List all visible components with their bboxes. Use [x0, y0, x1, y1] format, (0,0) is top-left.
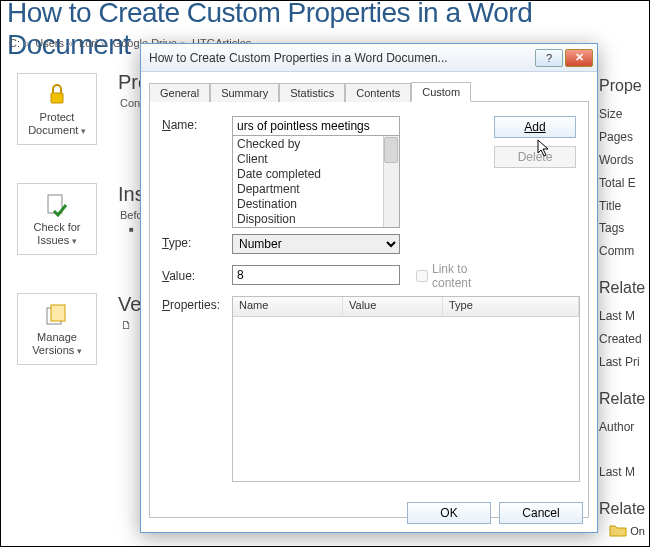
column-name[interactable]: Name	[233, 297, 343, 316]
dialog-titlebar[interactable]: How to Create Custom Properties in a Wor…	[141, 44, 597, 72]
protect-section-sub: Con	[120, 97, 140, 109]
link-checkbox	[416, 270, 428, 282]
column-value[interactable]: Value	[343, 297, 443, 316]
check-for-issues-button[interactable]: Check for Issues	[17, 183, 97, 255]
protect-document-button[interactable]: Protect Document	[17, 73, 97, 145]
custom-tab-panel: Add Delete Name: Checked by Client Date …	[149, 102, 589, 518]
list-item[interactable]: Checked by	[233, 137, 399, 152]
properties-panel: Prope Size Pages Words Total E Title Tag…	[599, 71, 649, 526]
related-people-header: Relate	[599, 384, 649, 414]
tab-contents[interactable]: Contents	[345, 83, 411, 102]
dialog-title: How to Create Custom Properties in a Wor…	[149, 51, 533, 65]
ok-button[interactable]: OK	[407, 502, 491, 524]
link-to-content-checkbox: Link to content	[416, 260, 486, 290]
bullet-icon: ■	[129, 225, 134, 234]
tab-summary[interactable]: Summary	[210, 83, 279, 102]
dialog-tabstrip: General Summary Statistics Contents Cust…	[149, 78, 589, 102]
list-item[interactable]: Client	[233, 152, 399, 167]
related-dates-header: Relate	[599, 273, 649, 303]
tab-custom[interactable]: Custom	[411, 82, 471, 102]
properties-header: Prope	[599, 71, 649, 101]
folder-icon: On	[609, 523, 645, 540]
versions-icon	[44, 301, 70, 327]
manage-versions-button[interactable]: Manage Versions	[17, 293, 97, 365]
inspect-icon	[44, 191, 70, 217]
type-select[interactable]: Number	[232, 234, 400, 254]
svg-rect-3	[51, 305, 65, 321]
scrollbar[interactable]	[383, 136, 399, 227]
list-item[interactable]: Date completed	[233, 167, 399, 182]
properties-label: Properties:	[162, 296, 232, 312]
delete-button: Delete	[494, 146, 576, 168]
list-item[interactable]: Disposition	[233, 212, 399, 227]
help-button[interactable]: ?	[535, 49, 563, 67]
list-item[interactable]: Department	[233, 182, 399, 197]
lock-icon	[44, 81, 70, 107]
value-input[interactable]	[232, 265, 400, 285]
list-item[interactable]: Destination	[233, 197, 399, 212]
tab-statistics[interactable]: Statistics	[279, 83, 345, 102]
value-label: Value:	[162, 267, 232, 283]
versions-section-title: Ve	[118, 293, 141, 316]
related-docs-header: Relate	[599, 494, 649, 524]
name-input[interactable]	[232, 116, 400, 136]
name-label: Name:	[162, 116, 232, 132]
column-type[interactable]: Type	[443, 297, 579, 316]
add-button[interactable]: Add	[494, 116, 576, 138]
type-label: Type:	[162, 234, 232, 250]
properties-table[interactable]: Name Value Type	[232, 296, 580, 482]
tab-general[interactable]: General	[149, 83, 210, 102]
properties-dialog: How to Create Custom Properties in a Wor…	[140, 43, 598, 533]
scrollbar-thumb[interactable]	[384, 137, 398, 163]
name-suggestion-list[interactable]: Checked by Client Date completed Departm…	[232, 136, 400, 228]
svg-rect-0	[51, 93, 63, 103]
close-button[interactable]: ✕	[565, 49, 593, 67]
document-icon: 🗋	[121, 319, 132, 331]
cancel-button[interactable]: Cancel	[499, 502, 583, 524]
